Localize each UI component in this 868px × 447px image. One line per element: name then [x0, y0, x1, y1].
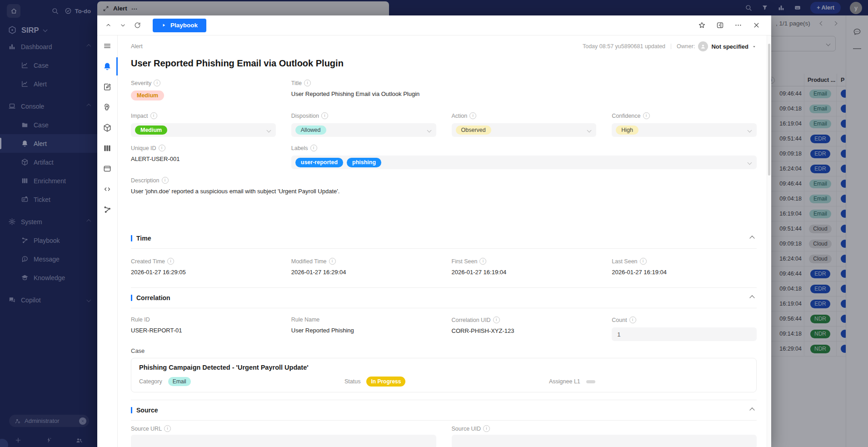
favorite-icon[interactable] [698, 21, 706, 29]
unique-id-label: Unique ID [131, 145, 156, 151]
owner-avatar[interactable] [698, 41, 708, 51]
collapse-section-icon[interactable] [749, 295, 754, 300]
alert-title: User Reported Phishing Email via Outlook… [131, 58, 757, 69]
close-icon[interactable] [753, 21, 760, 29]
info-icon [154, 80, 160, 86]
confidence-badge: High [616, 126, 639, 135]
description-value[interactable]: User 'john.doe' reported a suspicious em… [131, 188, 757, 195]
drawer-content: Alert Today 08:57 yu5890681 updated Owne… [118, 35, 771, 447]
playbook-label: Playbook [170, 22, 198, 29]
owner-label: Owner: [677, 43, 695, 50]
severity-label: Severity [131, 80, 151, 86]
info-icon [304, 80, 311, 86]
label-tag: phishing [347, 158, 381, 167]
columns-icon[interactable] [103, 144, 112, 153]
playbook-button[interactable]: Playbook [153, 19, 206, 32]
field-first-seen: First Seen2026-01-27 16:19:04 [452, 258, 597, 276]
field-input[interactable]: 1 [612, 327, 757, 341]
section-correlation: Correlation Rule IDUSER-REPORT-01Rule Na… [131, 287, 757, 400]
field-value: 2026-01-27 16:19:04 [452, 269, 597, 276]
field-unique-id: Unique ID ALERT-USER-001 [131, 145, 276, 169]
section-source: Source Source URLSource UID [131, 400, 757, 447]
cube-icon[interactable] [103, 123, 112, 132]
case-card[interactable]: Phishing Campaign Detected - 'Urgent Pay… [131, 358, 757, 392]
side-panel-icon[interactable] [716, 21, 724, 29]
disposition-select[interactable]: Allowed [291, 123, 436, 137]
breadcrumb: Alert [131, 43, 143, 50]
record-meta: Today 08:57 yu5890681 updated Owner: Not… [583, 41, 757, 51]
info-icon [329, 258, 336, 265]
field-created-time: Created Time2026-01-27 16:29:05 [131, 258, 276, 276]
unique-id-value[interactable]: ALERT-USER-001 [131, 156, 276, 162]
field-input[interactable] [131, 435, 436, 447]
collapse-section-icon[interactable] [749, 236, 754, 241]
workflow-icon[interactable] [103, 205, 112, 214]
field-impact: Impact Medium [131, 112, 276, 137]
field-label: Modified Time [291, 258, 327, 265]
section-correlation-title: Correlation [136, 294, 170, 301]
code-icon[interactable] [103, 185, 112, 194]
field-label: First Seen [452, 258, 478, 265]
info-icon [640, 258, 647, 265]
impact-select[interactable]: Medium [131, 123, 276, 137]
info-icon [162, 177, 169, 184]
field-label: Last Seen [612, 258, 637, 265]
confidence-select[interactable]: High [612, 123, 757, 137]
refresh-button[interactable] [134, 21, 141, 29]
labels-label: Labels [291, 145, 308, 151]
field-rule-name: Rule NameUser Reported Phishing [291, 316, 436, 341]
section-time: Time Created Time2026-01-27 16:29:05Modi… [131, 228, 757, 287]
drawer-toolbar-right [698, 21, 760, 29]
info-icon [483, 425, 490, 432]
impact-label: Impact [131, 113, 148, 119]
window-icon[interactable] [103, 164, 112, 173]
action-badge: Observed [456, 126, 491, 135]
field-label: Rule ID [131, 316, 150, 323]
scrollbar-thumb[interactable] [768, 44, 770, 176]
category-label: Category [139, 378, 162, 385]
field-severity: Severity Medium [131, 80, 276, 100]
field-label: Source UID [452, 426, 481, 432]
case-card-title: Phishing Campaign Detected - 'Urgent Pay… [139, 364, 748, 371]
chevron-down-icon [587, 128, 592, 132]
impact-badge: Medium [135, 126, 167, 135]
section-source-title: Source [136, 407, 158, 414]
action-select[interactable]: Observed [452, 123, 597, 137]
hamburger-icon[interactable] [103, 41, 112, 50]
field-count: Count1 [612, 316, 757, 341]
collapse-section-icon[interactable] [749, 407, 754, 412]
bell-icon[interactable] [103, 62, 112, 71]
title-value[interactable]: User Reported Phishing Email via Outlook… [291, 90, 757, 97]
info-icon [164, 425, 171, 432]
drawer-scrollbar[interactable] [767, 35, 771, 447]
field-value: CORR-PHISH-XYZ-123 [452, 327, 597, 334]
chevron-down-icon [266, 128, 271, 132]
field-label: Count [612, 317, 627, 323]
labels-select[interactable]: user-reportedphishing [291, 156, 757, 169]
field-source-url: Source URL [131, 425, 436, 447]
case-label: Case [131, 347, 757, 354]
confidence-label: Confidence [612, 113, 640, 119]
info-icon [310, 145, 317, 151]
chevron-down-icon [427, 128, 431, 132]
next-record-button[interactable] [119, 21, 127, 29]
action-label: Action [452, 113, 468, 119]
info-icon [493, 316, 500, 323]
field-value: User Reported Phishing [291, 327, 436, 334]
owner-value[interactable]: Not specified [711, 43, 748, 50]
info-icon [643, 112, 650, 119]
prev-record-button[interactable] [105, 21, 112, 29]
assignee-placeholder [586, 380, 595, 383]
field-description: Description User 'john.doe' reported a s… [131, 177, 757, 195]
field-labels: Labels user-reportedphishing [291, 145, 757, 169]
more-icon[interactable] [734, 21, 742, 29]
section-time-title: Time [136, 235, 151, 242]
field-correlation-uid: Correlation UIDCORR-PHISH-XYZ-123 [452, 316, 597, 341]
field-label: Rule Name [291, 316, 320, 323]
field-input[interactable] [452, 435, 757, 447]
owner-dropdown-icon[interactable] [752, 44, 757, 49]
disposition-badge: Allowed [295, 126, 326, 135]
profile-gear-icon[interactable] [103, 103, 112, 112]
compose-icon[interactable] [103, 82, 112, 91]
drawer-icon-rail [97, 35, 118, 447]
